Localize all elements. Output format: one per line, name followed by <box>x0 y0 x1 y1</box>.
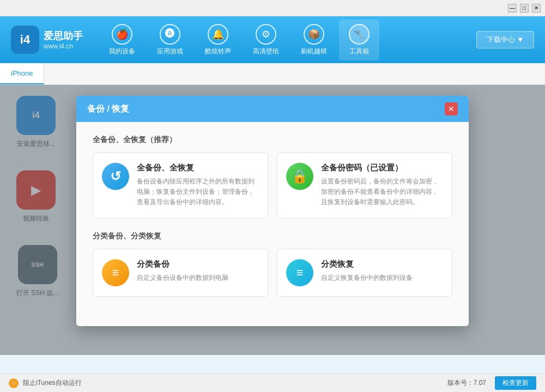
maximize-button[interactable]: □ <box>520 4 529 13</box>
modal-title: 备份 / 恢复 <box>87 103 129 115</box>
nav-item-hd-wallpaper[interactable]: ⚙ 高清壁纸 <box>243 20 289 60</box>
full-backup-icon: ↺ <box>102 163 129 190</box>
nav-label-jailbreak: 刷机越狱 <box>301 47 327 56</box>
category-restore-icon: ≡ <box>286 259 313 286</box>
nav-label-toolbox: 工具箱 <box>349 47 369 56</box>
full-backup-desc: 备份设备内除应用程序之外的所有数据到电脑；恢复备份文件到设备；管理备份，查看及导… <box>137 176 259 208</box>
modal-overlay: 备份 / 恢复 ✕ 全备份、全恢复（推荐） ↺ 全备份、全恢复 <box>0 85 545 355</box>
nav-icon-hd-wallpaper: ⚙ <box>256 24 276 45</box>
category-backup-icon: ≡ <box>102 259 129 286</box>
category-backup-desc: 自定义备份设备中的数据到电脑 <box>137 273 259 283</box>
logo-url: www.i4.cn <box>44 42 83 50</box>
modal-close-button[interactable]: ✕ <box>445 102 458 115</box>
nav-icon-cool-ringtone: 🔔 <box>208 24 228 45</box>
modal-header: 备份 / 恢复 ✕ <box>76 96 469 122</box>
status-indicator: ○ <box>9 378 19 388</box>
nav-label-cool-ringtone: 酷炫铃声 <box>205 47 231 56</box>
download-center-button[interactable]: 下载中心 ▼ <box>476 31 534 48</box>
nav-item-cool-ringtone[interactable]: 🔔 酷炫铃声 <box>195 20 241 60</box>
full-backup-password-desc: 设置备份密码后，备份的文件将会加密，加密的备份不能查看备份中的详细内容，且恢复到… <box>321 176 443 208</box>
full-backup-password-option[interactable]: 🔒 全备份密码（已设置） 设置备份密码后，备份的文件将会加密，加密的备份不能查看… <box>277 152 452 218</box>
nav-icon-my-device: 🍎 <box>112 24 132 45</box>
nav-item-toolbox[interactable]: 🔧 工具箱 <box>339 20 379 60</box>
logo-name: 爱思助手 <box>44 29 83 42</box>
nav-label-hd-wallpaper: 高清壁纸 <box>253 47 279 56</box>
statusbar: ○ 阻止iTunes自动运行 版本号：7.07 检查更新 <box>0 373 545 392</box>
full-backup-option[interactable]: ↺ 全备份、全恢复 备份设备内除应用程序之外的所有数据到电脑；恢复备份文件到设备… <box>93 152 268 218</box>
nav-icon-jailbreak: 📦 <box>304 24 324 45</box>
full-backup-title: 全备份、全恢复 <box>137 163 259 173</box>
nav-items: 🍎 我的设备 🅐 应用游戏 🔔 酷炫铃声 ⚙ 高清壁纸 📦 刷机越狱 🔧 工具箱 <box>99 20 476 60</box>
category-backup-option[interactable]: ≡ 分类备份 自定义备份设备中的数据到电脑 <box>93 249 268 297</box>
nav-icon-apps-games: 🅐 <box>160 24 180 45</box>
tabbar: iPhone <box>0 63 545 85</box>
status-text: 阻止iTunes自动运行 <box>23 378 82 388</box>
tab-iphone[interactable]: iPhone <box>0 63 44 84</box>
nav-icon-toolbox: 🔧 <box>349 24 370 45</box>
option-grid-1: ↺ 全备份、全恢复 备份设备内除应用程序之外的所有数据到电脑；恢复备份文件到设备… <box>93 152 452 218</box>
status-left: ○ 阻止iTunes自动运行 <box>9 378 82 388</box>
section2-label: 分类备份、分类恢复 <box>93 231 452 241</box>
main-content: i4 安装爱思移... 🔔 令声制作 ▶ 视频转换 ⏱ 除废图标 SSH <box>0 85 545 373</box>
option-grid-2: ≡ 分类备份 自定义备份设备中的数据到电脑 ≡ 分类恢复 <box>93 249 452 297</box>
minimize-button[interactable]: — <box>508 4 517 13</box>
section1-label: 全备份、全恢复（推荐） <box>93 135 452 145</box>
logo-icon: i4 <box>11 26 39 54</box>
modal-body: 全备份、全恢复（推荐） ↺ 全备份、全恢复 备份设备内除应用程序之外的所有数据到… <box>76 122 469 326</box>
category-restore-title: 分类恢复 <box>321 259 443 270</box>
modal-dialog: 备份 / 恢复 ✕ 全备份、全恢复（推荐） ↺ 全备份、全恢复 <box>76 96 469 326</box>
nav-label-my-device: 我的设备 <box>109 47 135 56</box>
category-backup-title: 分类备份 <box>137 259 259 270</box>
full-backup-password-title: 全备份密码（已设置） <box>321 163 443 173</box>
close-button[interactable]: ✕ <box>532 4 541 13</box>
category-restore-desc: 自定义恢复备份中的数据到设备 <box>321 273 443 283</box>
version-label: 版本号：7.07 <box>447 378 486 388</box>
full-backup-password-icon: 🔒 <box>286 163 313 190</box>
navbar: i4 爱思助手 www.i4.cn 🍎 我的设备 🅐 应用游戏 🔔 酷炫铃声 ⚙… <box>0 16 545 63</box>
check-update-button[interactable]: 检查更新 <box>495 376 536 390</box>
nav-item-my-device[interactable]: 🍎 我的设备 <box>99 20 145 60</box>
category-restore-option[interactable]: ≡ 分类恢复 自定义恢复备份中的数据到设备 <box>277 249 452 297</box>
nav-label-apps-games: 应用游戏 <box>157 47 183 56</box>
status-right: 版本号：7.07 检查更新 <box>447 376 536 390</box>
nav-item-jailbreak[interactable]: 📦 刷机越狱 <box>291 20 337 60</box>
nav-item-apps-games[interactable]: 🅐 应用游戏 <box>147 20 193 60</box>
nav-items-container: 🍎 我的设备 🅐 应用游戏 🔔 酷炫铃声 ⚙ 高清壁纸 📦 刷机越狱 🔧 工具箱 <box>99 20 379 60</box>
logo-area: i4 爱思助手 www.i4.cn <box>11 26 83 54</box>
title-bar: — □ ✕ <box>0 0 545 16</box>
